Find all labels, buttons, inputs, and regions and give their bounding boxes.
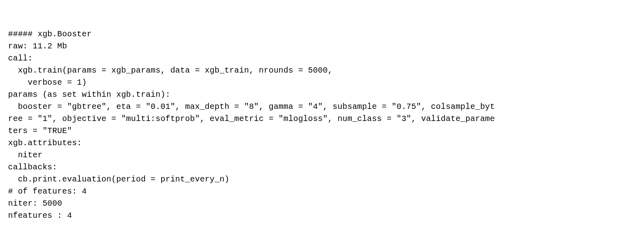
output-line: cb.print.evaluation(period = print_every… xyxy=(8,173,636,186)
output-line: xgb.train(params = xgb_params, data = xg… xyxy=(8,65,636,77)
output-line: call: xyxy=(8,52,636,65)
output-line: callbacks: xyxy=(8,161,636,173)
output-line: ##### xgb.Booster xyxy=(8,28,636,40)
output-line: ters = "TRUE" xyxy=(8,125,636,137)
output-line: nfeatures : 4 xyxy=(8,210,636,222)
output-line: verbose = 1) xyxy=(8,77,636,89)
output-line: niter: 5000 xyxy=(8,198,636,210)
output-line: raw: 11.2 Mb xyxy=(8,40,636,52)
output-line: ree = "1", objective = "multi:softprob",… xyxy=(8,113,636,125)
output-line: params (as set within xgb.train): xyxy=(8,89,636,101)
output-line: # of features: 4 xyxy=(8,186,636,198)
output-line: xgb.attributes: xyxy=(8,137,636,149)
output-line: booster = "gbtree", eta = "0.01", max_de… xyxy=(8,101,636,113)
output-line: niter xyxy=(8,149,636,161)
